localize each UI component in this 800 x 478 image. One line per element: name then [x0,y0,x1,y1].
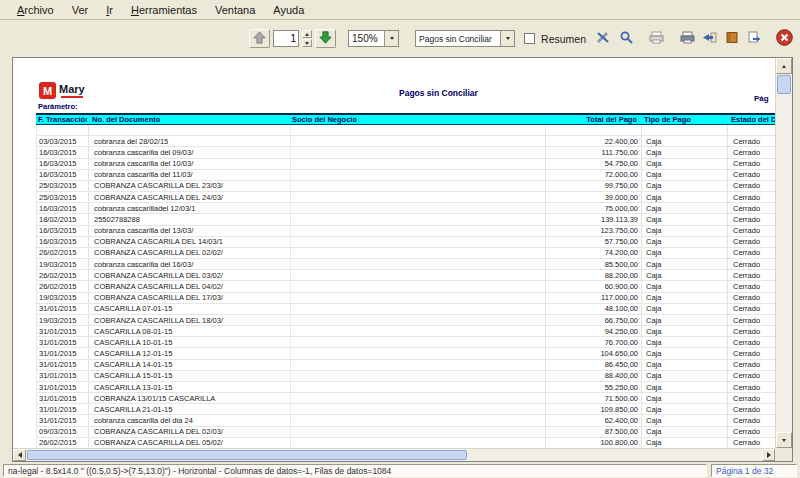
cell-documento: COBRANZA CASCARILLA DEL 24/03/ [88,192,290,202]
zoom-dropdown-button[interactable] [384,31,398,46]
cell-estado: Cerrado [727,270,775,280]
cell-date: 19/03/2015 [37,293,88,303]
zoom-value: 150% [349,31,384,46]
scroll-down-button[interactable] [776,432,792,448]
page-setup-button[interactable] [647,29,666,48]
spinner-down-button[interactable] [302,39,312,47]
cell-estado: Cerrado [727,438,775,448]
cell-date: 18/02/2015 [37,214,88,224]
status-message: na-legal - 8.5x14.0 " ((0.5,0.5)->(7.5,1… [3,464,707,477]
spinner-down-icon [305,42,309,45]
print-button[interactable] [678,29,697,48]
cell-date: 31/01/2015 [37,326,88,336]
col-header-tipo: Tipo de Pago [640,115,726,124]
cell-total: 104.650,00 [545,348,641,358]
cell-total [545,125,641,135]
cell-estado: Cerrado [727,214,775,224]
cell-socio [290,427,545,437]
menu-item-ayuda[interactable]: Ayuda [264,2,313,18]
report-select[interactable]: Pagos sin Conciliar [415,30,515,47]
cell-documento: COBRANZA CASCARILLA DEL 17/03/ [88,293,290,303]
cell-documento: CASCARILLA 10-01-15 [88,337,290,347]
spinner-up-button[interactable] [302,30,312,38]
search-button[interactable] [616,29,635,48]
resumen-checkbox[interactable] [524,33,535,44]
cell-date: 16/03/2015 [37,203,88,213]
cell-tipo: Caja [641,427,727,437]
cell-total: 66.750,00 [545,315,641,325]
cell-estado: Cerrado [727,237,775,247]
cell-date: 31/01/2015 [37,382,88,392]
cell-socio [290,393,545,403]
cell-estado: Cerrado [727,360,775,370]
cell-documento: cobranza cascarilla del dia 24 [88,415,290,425]
cell-date: 31/01/2015 [37,371,88,381]
cell-tipo: Caja [641,438,727,448]
cell-estado: Cerrado [727,203,775,213]
cell-total: 54.750,00 [545,159,641,169]
cell-socio [290,226,545,236]
cell-documento: CASCARILLA 21-01-15 [88,404,290,414]
cell-date: 26/02/2015 [37,281,88,291]
cell-documento: cobranza cascarilladel 12/03/1 [88,203,290,213]
cell-socio [290,203,545,213]
tools-button[interactable] [594,29,613,48]
cell-date: 26/02/2015 [37,438,88,448]
cell-documento: cobranza cascarilla del 13/03/ [88,226,290,236]
page-up-icon [253,31,266,47]
cell-tipo: Caja [641,192,727,202]
horizontal-scrollbar[interactable] [13,448,775,461]
cell-tipo: Caja [641,181,727,191]
table-row [36,125,775,136]
document-book-button[interactable] [722,29,741,48]
cell-date: 26/02/2015 [37,248,88,258]
export-button[interactable] [744,29,763,48]
app-window: { "menu": { "items": [ {"label": "Archiv… [0,0,800,478]
zoom-select[interactable]: 150% [348,30,399,47]
cell-tipo: Caja [641,214,727,224]
status-bar: na-legal - 8.5x14.0 " ((0.5,0.5)->(7.5,1… [0,463,800,478]
cell-total: 76.700,00 [545,337,641,347]
cell-documento [88,125,290,135]
cell-documento: cobranza cascarilla del 11/03/ [88,170,290,180]
menu-item-herramientas[interactable]: Herramientas [122,2,206,18]
cell-tipo: Caja [641,270,727,280]
cell-tipo: Caja [641,415,727,425]
cell-total: 85.500,00 [545,259,641,269]
menu-item-ver[interactable]: Ver [63,2,98,18]
cell-documento: COBRANZA CASCARILLA DEL 18/03/ [88,315,290,325]
vertical-scrollbar[interactable] [775,58,792,448]
cell-socio [290,237,545,247]
send-button[interactable] [700,29,719,48]
col-header-estado: Estado del Docume [726,115,775,124]
report-title: Pagos sin Conciliar [399,88,478,98]
cell-total: 99.750,00 [545,181,641,191]
menu-item-archivo[interactable]: Archivo [8,2,63,18]
cell-date: 09/03/2015 [37,427,88,437]
vertical-scroll-thumb[interactable] [777,75,791,94]
page-down-button[interactable] [315,29,336,48]
report-dropdown-button[interactable] [500,31,514,46]
scroll-up-button[interactable] [776,58,792,74]
scroll-left-button[interactable] [13,449,26,461]
cell-total: 39.000,00 [545,192,641,202]
scroll-right-button[interactable] [762,449,775,461]
horizontal-scroll-thumb[interactable] [27,450,467,460]
cell-estado: Cerrado [727,259,775,269]
page-number-input[interactable] [273,30,299,47]
menu-item-ventana[interactable]: Ventana [206,2,264,18]
chevron-down-icon [390,37,394,40]
cell-total: 74.200,00 [545,248,641,258]
cell-estado: Cerrado [727,248,775,258]
menu-item-ir[interactable]: Ir [97,2,122,18]
table-row: 31/01/2015 CASCARILLA 10-01-15 76.700,00… [36,337,775,348]
close-button[interactable] [775,30,793,48]
cell-tipo: Caja [641,304,727,314]
table-row: 16/03/2015 cobranza cascarilladel 12/03/… [36,203,775,214]
cell-date: 19/03/2015 [37,259,88,269]
parameter-label: Parámetro: [38,102,78,111]
page-up-button[interactable] [249,29,270,48]
report-table: F. Transacción No. del Documento Socio d… [36,113,775,448]
cell-tipo: Caja [641,259,727,269]
cell-estado: Cerrado [727,136,775,146]
